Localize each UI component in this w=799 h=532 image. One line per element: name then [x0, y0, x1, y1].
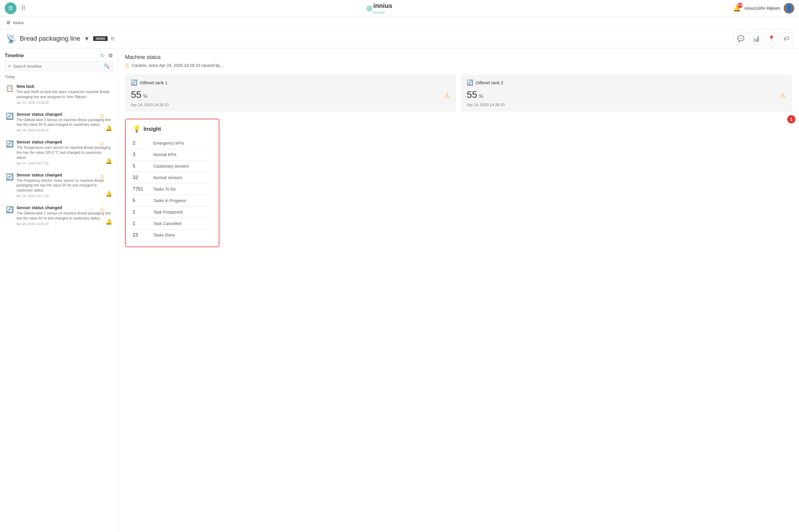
insight-row: 7751 Tasks To Do [133, 184, 212, 195]
logo-text-group: innius Insight [373, 2, 393, 15]
logo-sub: Insight [373, 11, 385, 14]
breadcrumb-icon: 🖥 [6, 20, 11, 25]
timeline-item-icon: 🔄 [5, 206, 14, 213]
header-right: 💬 📊 📍 🏷 [734, 32, 793, 45]
config-icon[interactable]: ⚙ [108, 53, 113, 59]
insight-row-label: Tasks To Do [153, 187, 176, 191]
dropdown-arrow-icon[interactable]: ▼ [84, 35, 90, 42]
timeline-item[interactable]: 📋 New task The task Refill oil tank has … [2, 81, 115, 108]
refresh-icon[interactable]: ↻ [100, 53, 105, 59]
insight-section: 1 💡 Insight 2 Emergency KPIs 3 Normal KP… [125, 119, 792, 247]
sensor-time: Apr 24, 2020 14:28:10 [467, 102, 786, 107]
avatar-image: 👤 [785, 4, 793, 12]
logo: ◎ innius Insight [366, 2, 393, 15]
warning-icon: ⚠ [99, 113, 104, 119]
insight-row-num: 7751 [133, 187, 147, 192]
sensor-time: Apr 24, 2020 14:28:10 [131, 102, 450, 107]
sensor-card-title: Oillevel tank 1 [140, 80, 167, 85]
timeline-item[interactable]: 🔄 Sensor status changed The Oillevel tan… [2, 202, 115, 229]
timeline-item-desc: The task Refill oil tank has been create… [17, 90, 112, 99]
header-left: 📡 Bread packaging line ▼ DEMO ⎘ [6, 34, 114, 43]
avatar: 👤 [784, 3, 794, 14]
insight-row-num: 3 [133, 152, 147, 157]
caution-text: Caution, since Apr 24, 2020 14:28:10 cau… [132, 63, 223, 68]
insight-box: 💡 Insight 2 Emergency KPIs 3 Normal KPIs… [125, 119, 219, 247]
machine-icon: 📡 [6, 34, 16, 43]
logo-symbol: ◎ [366, 4, 372, 12]
insight-row-label: Task Postponed [153, 210, 183, 214]
timeline-item-title: Sensor status changed [17, 140, 112, 144]
nav-right: 🔔 275 innius\John Rijksen 👤 [733, 3, 794, 14]
sensor-unit: % [479, 94, 483, 99]
hamburger-icon: ☰ [8, 5, 13, 12]
insight-row-label: Tasks Done [153, 233, 175, 238]
share-icon[interactable]: ⎘ [111, 36, 114, 42]
insight-header: 💡 Insight [133, 125, 212, 133]
timeline-item-time: Apr 24, 2020 14:28:10 [17, 129, 112, 132]
body-layout: Timeline ↻ ⚙ ≡ 🔍 Today 📋 New task The ta… [0, 48, 799, 532]
timeline-item-content: Sensor status changed The Oillevel tank … [17, 205, 112, 226]
timeline-item-time: Apr 24, 2020 14:26:30 [17, 222, 112, 226]
main-content: Machine status ⚠ Caution, since Apr 24, … [118, 48, 799, 532]
insight-row-num: 23 [133, 232, 147, 238]
search-bar: ≡ 🔍 [5, 61, 113, 71]
timeline-item-title: Sensor status changed [17, 205, 112, 210]
insight-row-label: Tasks In Progress [153, 198, 186, 203]
sensor-card: 🔄 Oillevel tank 2 55 % ⚠ Apr 24, 2020 14… [461, 75, 792, 112]
insight-row-num: 1 [133, 221, 147, 226]
timeline-item-icon: 🔄 [5, 113, 14, 120]
insight-row: 32 Normal sensors [133, 172, 212, 184]
chat-button[interactable]: 💬 [734, 32, 747, 45]
warning-icon: ⚠ [99, 206, 104, 212]
machine-status-title: Machine status [125, 54, 792, 60]
sensor-value: 55 [131, 89, 142, 100]
insight-row-num: 32 [133, 175, 147, 180]
chart-button[interactable]: 📊 [749, 32, 762, 45]
timeline-item[interactable]: 🔄 Sensor status changed The Temperature … [2, 136, 115, 168]
grid-icon[interactable]: ⠿ [21, 5, 26, 12]
chat-icon: 💬 [737, 35, 744, 42]
timeline-header: Timeline ↻ ⚙ [0, 48, 117, 61]
location-button[interactable]: 📍 [765, 32, 778, 45]
search-input[interactable] [13, 64, 102, 69]
insight-badge: 1 [787, 115, 796, 124]
sensor-unit: % [143, 94, 147, 99]
insight-row-num: 5 [133, 198, 147, 203]
sensor-card-icon: 🔄 [131, 79, 138, 86]
sensor-card-header: 🔄 Oillevel tank 1 [131, 79, 450, 86]
insight-row: 1 Task Cancelled [133, 218, 212, 229]
breadcrumb: 🖥 innius [0, 17, 799, 29]
sensor-value: 55 [467, 89, 477, 100]
timeline-item-time: Apr 24, 2020 14:28:29 [17, 101, 112, 104]
timeline-item-content: Sensor status changed The Frequency elec… [17, 173, 112, 198]
hamburger-button[interactable]: ☰ [5, 2, 17, 14]
timeline-item-content: Sensor status changed The Oillevel tank … [17, 112, 112, 132]
user-name: innius\John Rijksen [744, 6, 780, 11]
insight-row: 2 Emergency KPIs [133, 137, 212, 149]
search-button[interactable]: 🔍 [104, 63, 110, 69]
timeline-item-title: Sensor status changed [17, 173, 112, 177]
bell-icon: 🔔 [106, 125, 112, 131]
timeline-item-title: Sensor status changed [17, 112, 112, 117]
timeline-panel: Timeline ↻ ⚙ ≡ 🔍 Today 📋 New task The ta… [0, 48, 118, 532]
timeline-item-desc: The Oillevel tank 2 sensor on machine Br… [17, 117, 112, 128]
tag-button[interactable]: 🏷 [780, 32, 793, 45]
notification-button[interactable]: 🔔 275 [733, 4, 741, 12]
timeline-item[interactable]: 🔄 Sensor status changed The Oillevel tan… [2, 109, 115, 135]
sensor-card-header: 🔄 Oillevel tank 2 [467, 79, 786, 86]
insight-row-num: 1 [133, 209, 147, 215]
insight-title: Insight [144, 126, 161, 132]
demo-badge[interactable]: DEMO [93, 36, 108, 41]
machine-status-section: Machine status ⚠ Caution, since Apr 24, … [125, 54, 792, 69]
breadcrumb-label[interactable]: innius [13, 20, 24, 25]
timeline-item-content: Sensor status changed The Temperature ov… [17, 140, 112, 165]
insight-row-label: Normal KPIs [153, 152, 177, 157]
notification-badge: 275 [738, 3, 743, 8]
timeline-item-title: New task [17, 84, 112, 89]
logo-name: innius [373, 2, 393, 10]
timeline-item[interactable]: 🔄 Sensor status changed The Frequency el… [2, 169, 115, 201]
filter-icon: ≡ [8, 64, 11, 69]
timeline-item-desc: The Frequency electric motor sensor on m… [17, 178, 112, 193]
sensor-card-body: 55 % ⚠ [131, 89, 450, 100]
timeline-item-content: New task The task Refill oil tank has be… [17, 84, 112, 104]
